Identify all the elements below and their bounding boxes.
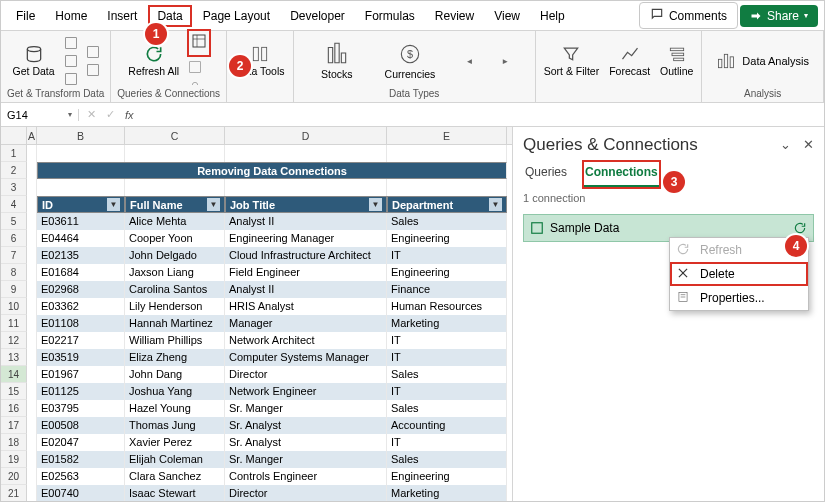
table-cell[interactable]: E00508 — [37, 417, 125, 434]
table-cell[interactable]: E03795 — [37, 400, 125, 417]
table-cell[interactable]: Engineering Manager — [225, 230, 387, 247]
col-header[interactable]: E — [387, 127, 507, 144]
name-box[interactable]: G14 ▾ — [1, 109, 79, 121]
get-data-button[interactable]: Get Data — [11, 42, 57, 80]
table-cell[interactable]: Sales — [387, 400, 507, 417]
forecast-button[interactable]: Forecast — [607, 42, 652, 80]
table-cell[interactable]: Engineering — [387, 468, 507, 485]
table-cell[interactable]: E02217 — [37, 332, 125, 349]
cancel-icon[interactable]: ✕ — [87, 108, 96, 121]
table-cell[interactable]: E02047 — [37, 434, 125, 451]
chevron-down-icon[interactable]: ⌄ — [780, 137, 791, 152]
table-cell[interactable]: Network Engineer — [225, 383, 387, 400]
confirm-icon[interactable]: ✓ — [106, 108, 115, 121]
table-cell[interactable]: E01125 — [37, 383, 125, 400]
col-header[interactable]: D — [225, 127, 387, 144]
table-cell[interactable]: IT — [387, 247, 507, 264]
table-cell[interactable]: Engineering — [387, 264, 507, 281]
menu-page-layout[interactable]: Page Layout — [194, 5, 279, 27]
table-cell[interactable]: Eliza Zheng — [125, 349, 225, 366]
table-cell[interactable]: John Delgado — [125, 247, 225, 264]
menu-review[interactable]: Review — [426, 5, 483, 27]
table-cell[interactable]: Carolina Santos — [125, 281, 225, 298]
table-cell[interactable]: E01582 — [37, 451, 125, 468]
spreadsheet-grid[interactable]: A B C D E 12Removing Data Connections34I… — [1, 127, 512, 501]
table-cell[interactable]: E01967 — [37, 366, 125, 383]
table-cell[interactable]: Sales — [387, 366, 507, 383]
get-data-small2[interactable] — [85, 44, 101, 78]
table-cell[interactable]: Hazel Young — [125, 400, 225, 417]
table-cell[interactable]: IT — [387, 383, 507, 400]
table-cell[interactable]: Cooper Yoon — [125, 230, 225, 247]
table-cell[interactable]: E01684 — [37, 264, 125, 281]
menu-formulas[interactable]: Formulas — [356, 5, 424, 27]
table-cell[interactable]: Engineering — [387, 230, 507, 247]
data-analysis-button[interactable]: Data Analysis — [708, 47, 817, 75]
table-cell[interactable]: IT — [387, 332, 507, 349]
stocks-button[interactable]: Stocks — [319, 39, 355, 83]
currencies-button[interactable]: $ Currencies — [383, 39, 438, 83]
table-cell[interactable]: Sr. Manger — [225, 451, 387, 468]
table-cell[interactable]: Jaxson Liang — [125, 264, 225, 281]
table-cell[interactable]: Sales — [387, 451, 507, 468]
table-cell[interactable]: William Phillips — [125, 332, 225, 349]
table-cell[interactable]: Analyst II — [225, 213, 387, 230]
table-cell[interactable]: E03362 — [37, 298, 125, 315]
ctx-delete[interactable]: Delete — [670, 262, 808, 286]
table-cell[interactable]: IT — [387, 434, 507, 451]
table-cell[interactable]: Field Engineer — [225, 264, 387, 281]
table-cell[interactable]: E02968 — [37, 281, 125, 298]
table-cell[interactable]: HRIS Analyst — [225, 298, 387, 315]
table-cell[interactable]: Accounting — [387, 417, 507, 434]
table-cell[interactable]: E00740 — [37, 485, 125, 501]
sort-filter-button[interactable]: Sort & Filter — [542, 42, 601, 80]
menu-home[interactable]: Home — [46, 5, 96, 27]
filter-dropdown-icon[interactable]: ▼ — [207, 198, 220, 211]
table-cell[interactable]: E02135 — [37, 247, 125, 264]
table-cell[interactable]: Thomas Jung — [125, 417, 225, 434]
table-cell[interactable]: Finance — [387, 281, 507, 298]
menu-insert[interactable]: Insert — [98, 5, 146, 27]
table-cell[interactable]: E01108 — [37, 315, 125, 332]
table-cell[interactable]: IT — [387, 349, 507, 366]
tab-queries[interactable]: Queries — [523, 161, 569, 188]
filter-dropdown-icon[interactable]: ▼ — [369, 198, 382, 211]
table-cell[interactable]: Cloud Infrastructure Architect — [225, 247, 387, 264]
table-cell[interactable]: E03611 — [37, 213, 125, 230]
table-cell[interactable]: Director — [225, 366, 387, 383]
table-cell[interactable]: E02563 — [37, 468, 125, 485]
table-cell[interactable]: Hannah Martinez — [125, 315, 225, 332]
menu-view[interactable]: View — [485, 5, 529, 27]
close-icon[interactable]: ✕ — [803, 137, 814, 152]
refresh-all-button[interactable]: Refresh All — [126, 42, 181, 80]
table-cell[interactable]: Xavier Perez — [125, 434, 225, 451]
tab-connections[interactable]: Connections — [583, 161, 660, 188]
share-button[interactable]: Share ▾ — [740, 5, 818, 27]
table-cell[interactable]: Lily Henderson — [125, 298, 225, 315]
get-data-small[interactable] — [63, 35, 79, 87]
col-header[interactable]: B — [37, 127, 125, 144]
table-cell[interactable]: Alice Mehta — [125, 213, 225, 230]
refresh-icon[interactable] — [793, 221, 807, 235]
table-cell[interactable]: Joshua Yang — [125, 383, 225, 400]
ctx-properties[interactable]: Properties... — [670, 286, 808, 310]
table-cell[interactable]: Network Architect — [225, 332, 387, 349]
properties-small-icon[interactable] — [187, 59, 203, 75]
menu-developer[interactable]: Developer — [281, 5, 354, 27]
outline-button[interactable]: Outline — [658, 42, 695, 80]
table-cell[interactable]: Director — [225, 485, 387, 501]
table-cell[interactable]: Sales — [387, 213, 507, 230]
table-cell[interactable]: Analyst II — [225, 281, 387, 298]
table-cell[interactable]: Clara Sanchez — [125, 468, 225, 485]
menu-file[interactable]: File — [7, 5, 44, 27]
table-cell[interactable]: Elijah Coleman — [125, 451, 225, 468]
table-cell[interactable]: E03519 — [37, 349, 125, 366]
nav-right-icon[interactable]: ► — [501, 57, 509, 66]
table-cell[interactable]: John Dang — [125, 366, 225, 383]
col-header[interactable]: A — [27, 127, 37, 144]
comments-button[interactable]: Comments — [639, 2, 738, 29]
nav-left-icon[interactable]: ◄ — [465, 57, 473, 66]
table-cell[interactable]: Marketing — [387, 315, 507, 332]
table-cell[interactable]: Human Resources — [387, 298, 507, 315]
menu-help[interactable]: Help — [531, 5, 574, 27]
